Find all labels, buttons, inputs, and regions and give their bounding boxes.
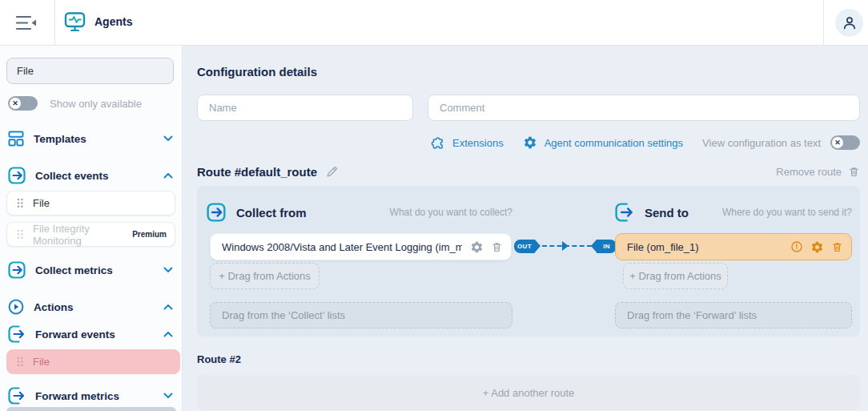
collect-metrics-icon xyxy=(8,261,26,279)
drag-handle-icon xyxy=(17,198,24,208)
sidebar-section-label: Collect events xyxy=(35,170,109,182)
collapse-sidebar-icon[interactable] xyxy=(14,13,38,32)
extensions-link[interactable]: Extensions xyxy=(431,135,504,150)
send-to-heading: Send to xyxy=(645,206,689,220)
collect-hint: What do you want to collect? xyxy=(390,207,512,218)
collect-events-icon xyxy=(8,167,26,184)
top-header: Agents xyxy=(0,0,868,46)
collect-from-heading: Collect from xyxy=(236,206,307,220)
view-configuration-as-text-label: View configuration as text xyxy=(702,137,821,149)
collect-module-label: Windows 2008/Vista and Later Event Loggi… xyxy=(222,241,462,253)
send-module-file-om-file-1[interactable]: File (om_file_1) xyxy=(615,233,852,260)
module-delete-trash-icon[interactable] xyxy=(831,241,843,253)
send-module-label: File (om_file_1) xyxy=(627,241,699,253)
chevron-down-icon xyxy=(163,135,173,142)
show-only-available-toggle[interactable]: ✕ xyxy=(8,96,38,111)
sidebar-section-label: Forward metrics xyxy=(35,390,119,402)
sidebar-section-label: Actions xyxy=(34,301,74,313)
toggle-off-icon: ✕ xyxy=(832,137,843,148)
templates-icon xyxy=(8,131,24,147)
forward-drop-zone[interactable]: Drag from the ‘Forward’ lists xyxy=(615,302,852,328)
page-title: Agents xyxy=(94,15,132,28)
forward-item-label: File xyxy=(33,356,50,368)
send-to-icon xyxy=(615,203,634,222)
sidebar-section-collect-metrics[interactable]: Collect metrics xyxy=(0,260,183,280)
agent-communication-settings-link[interactable]: Agent communication settings xyxy=(523,135,683,150)
sidebar-section-templates[interactable]: Templates xyxy=(0,128,183,149)
add-another-route-button[interactable]: + Add another route xyxy=(197,375,860,410)
send-hint: Where do you want to send it? xyxy=(722,207,852,218)
collect-item-label: File xyxy=(33,197,50,209)
chevron-down-icon xyxy=(163,393,173,399)
forward-events-icon xyxy=(8,325,26,343)
app-window: Agents ✕ Show only available Templates xyxy=(0,0,868,411)
show-only-available-label: Show only available xyxy=(50,98,142,110)
chevron-up-icon xyxy=(163,331,173,337)
forward-item-file-selected[interactable]: File xyxy=(6,349,180,374)
drag-handle-icon xyxy=(17,229,24,240)
collect-item-label: File Integrity Monitoring xyxy=(33,223,132,247)
collect-from-icon xyxy=(207,203,226,222)
puzzle-icon xyxy=(431,135,445,150)
drag-handle-icon xyxy=(17,357,24,367)
header-divider-left xyxy=(54,0,55,46)
chevron-down-icon xyxy=(163,267,173,273)
collect-item-file[interactable]: File xyxy=(6,191,175,216)
drag-from-actions-label: + Drag from Actions xyxy=(629,270,721,282)
chevron-up-icon xyxy=(163,172,173,179)
module-delete-trash-icon[interactable] xyxy=(491,241,503,253)
gear-icon xyxy=(523,135,537,150)
route-editor-panel: Collect from What do you want to collect… xyxy=(197,186,860,336)
extensions-label: Extensions xyxy=(452,137,504,149)
sidebar-section-forward-metrics[interactable]: Forward metrics xyxy=(0,385,183,406)
send-drag-from-actions-button[interactable]: + Drag from Actions xyxy=(623,263,728,289)
in-port-badge: IN xyxy=(597,240,617,253)
add-another-route-label: + Add another route xyxy=(483,387,575,399)
collect-drop-hint: Drag from the ‘Collect’ lists xyxy=(222,309,345,321)
collect-drag-from-actions-button[interactable]: + Drag from Actions xyxy=(210,263,319,289)
sidebar-section-actions[interactable]: Actions xyxy=(0,296,183,317)
forward-metrics-icon xyxy=(8,387,26,405)
collect-item-file-integrity-monitoring: File Integrity Monitoring Premium xyxy=(6,222,175,247)
sidebar-filter-input[interactable] xyxy=(6,58,174,84)
sidebar-section-label: Templates xyxy=(34,133,86,145)
sidebar-section-forward-events[interactable]: Forward events xyxy=(0,324,183,345)
view-configuration-as-text-toggle[interactable]: ✕ xyxy=(830,135,860,150)
module-settings-gear-icon[interactable] xyxy=(810,240,824,254)
sidebar-section-label: Forward events xyxy=(35,328,115,340)
forward-drop-hint: Drag from the ‘Forward’ lists xyxy=(627,309,757,321)
drag-from-actions-label: + Drag from Actions xyxy=(219,270,311,282)
remove-route-label: Remove route xyxy=(776,166,842,178)
edit-route-name-icon[interactable] xyxy=(325,165,339,179)
connection-arrow-icon xyxy=(562,241,569,251)
sidebar-section-collect-events[interactable]: Collect events xyxy=(0,165,183,186)
chevron-up-icon xyxy=(163,304,173,310)
configuration-details-heading: Configuration details xyxy=(197,65,317,79)
partially-visible-item xyxy=(6,407,176,411)
configuration-panel: Configuration details Extensions Agent c… xyxy=(183,46,868,411)
collect-module-windows-event-logging[interactable]: Windows 2008/Vista and Later Event Loggi… xyxy=(210,233,512,260)
collect-drop-zone[interactable]: Drag from the ‘Collect’ lists xyxy=(210,302,512,328)
module-settings-gear-icon[interactable] xyxy=(470,240,484,254)
out-port-badge: OUT xyxy=(514,240,535,253)
agents-monitor-icon xyxy=(64,11,86,32)
module-sidebar: ✕ Show only available Templates Collect … xyxy=(0,46,183,411)
route-2-heading: Route #2 xyxy=(197,353,241,365)
comment-field[interactable] xyxy=(428,95,860,121)
premium-badge: Premium xyxy=(132,230,167,239)
toggle-off-icon: ✕ xyxy=(10,98,21,109)
sidebar-section-label: Collect metrics xyxy=(35,264,113,276)
module-warning-icon[interactable] xyxy=(790,240,803,253)
header-divider-right xyxy=(823,0,824,46)
remove-route-button[interactable]: Remove route xyxy=(776,166,860,178)
name-field[interactable] xyxy=(197,95,413,121)
user-avatar[interactable] xyxy=(835,9,863,37)
agent-communication-settings-label: Agent communication settings xyxy=(545,137,683,149)
trash-icon xyxy=(848,166,860,178)
actions-play-icon xyxy=(8,299,24,315)
route-title: Route #default_route xyxy=(197,165,317,179)
